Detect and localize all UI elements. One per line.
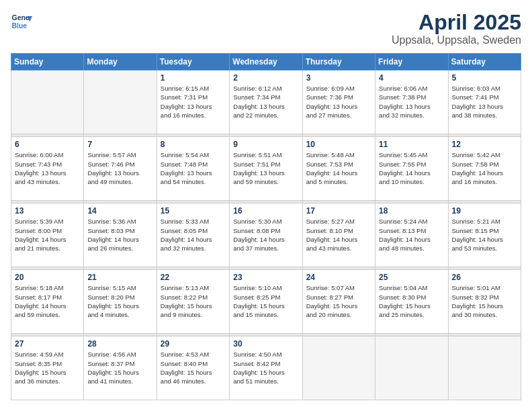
day-info: Sunrise: 5:39 AM Sunset: 8:00 PM Dayligh… <box>15 217 80 253</box>
calendar-cell <box>11 71 84 134</box>
day-number: 11 <box>379 140 444 149</box>
day-number: 22 <box>161 273 226 282</box>
day-info: Sunrise: 5:45 AM Sunset: 7:55 PM Dayligh… <box>379 150 444 186</box>
calendar-cell: 30Sunrise: 4:50 AM Sunset: 8:42 PM Dayli… <box>230 336 302 400</box>
day-info: Sunrise: 5:18 AM Sunset: 8:17 PM Dayligh… <box>15 283 80 319</box>
calendar-cell: 17Sunrise: 5:27 AM Sunset: 8:10 PM Dayli… <box>302 203 375 267</box>
day-info: Sunrise: 4:53 AM Sunset: 8:40 PM Dayligh… <box>161 350 226 385</box>
calendar-cell: 6Sunrise: 6:00 AM Sunset: 7:43 PM Daylig… <box>11 137 84 201</box>
day-info: Sunrise: 6:15 AM Sunset: 7:31 PM Dayligh… <box>161 84 226 120</box>
header-thursday: Thursday <box>302 54 375 71</box>
day-number: 7 <box>87 140 152 149</box>
calendar-cell: 24Sunrise: 5:07 AM Sunset: 8:27 PM Dayli… <box>302 270 375 334</box>
day-number: 29 <box>161 339 226 349</box>
day-info: Sunrise: 6:06 AM Sunset: 7:38 PM Dayligh… <box>379 84 444 120</box>
calendar-cell: 16Sunrise: 5:30 AM Sunset: 8:08 PM Dayli… <box>230 203 302 267</box>
calendar-cell <box>448 336 521 400</box>
day-info: Sunrise: 6:12 AM Sunset: 7:34 PM Dayligh… <box>233 84 298 120</box>
page-title: April 2025 <box>392 11 521 34</box>
header-friday: Friday <box>375 54 448 71</box>
day-number: 24 <box>306 273 371 282</box>
day-number: 4 <box>379 73 444 83</box>
calendar-cell <box>375 336 448 400</box>
day-number: 16 <box>233 206 298 216</box>
day-number: 30 <box>233 339 298 349</box>
header-sunday: Sunday <box>11 54 84 71</box>
day-info: Sunrise: 5:07 AM Sunset: 8:27 PM Dayligh… <box>306 283 371 319</box>
day-info: Sunrise: 6:09 AM Sunset: 7:36 PM Dayligh… <box>306 84 371 120</box>
calendar-cell: 22Sunrise: 5:13 AM Sunset: 8:22 PM Dayli… <box>157 270 229 334</box>
calendar-cell <box>302 336 375 400</box>
day-info: Sunrise: 5:51 AM Sunset: 7:51 PM Dayligh… <box>233 150 298 186</box>
day-info: Sunrise: 5:15 AM Sunset: 8:20 PM Dayligh… <box>87 283 152 319</box>
calendar-cell: 5Sunrise: 6:03 AM Sunset: 7:41 PM Daylig… <box>448 71 521 134</box>
page: General Blue April 2025 Uppsala, Uppsala… <box>0 0 532 411</box>
day-number: 6 <box>15 140 80 149</box>
calendar-week-row: 20Sunrise: 5:18 AM Sunset: 8:17 PM Dayli… <box>11 270 521 334</box>
day-info: Sunrise: 5:42 AM Sunset: 7:58 PM Dayligh… <box>452 150 517 186</box>
day-number: 2 <box>233 73 298 83</box>
calendar-cell <box>84 71 157 134</box>
title-block: April 2025 Uppsala, Uppsala, Sweden <box>392 11 521 46</box>
calendar-cell: 7Sunrise: 5:57 AM Sunset: 7:46 PM Daylig… <box>84 137 157 201</box>
calendar-cell: 25Sunrise: 5:04 AM Sunset: 8:30 PM Dayli… <box>375 270 448 334</box>
calendar-cell: 21Sunrise: 5:15 AM Sunset: 8:20 PM Dayli… <box>84 270 157 334</box>
calendar-cell: 27Sunrise: 4:59 AM Sunset: 8:35 PM Dayli… <box>11 336 84 400</box>
calendar-week-row: 1Sunrise: 6:15 AM Sunset: 7:31 PM Daylig… <box>11 71 521 134</box>
day-number: 19 <box>452 206 517 216</box>
day-number: 25 <box>379 273 444 282</box>
calendar-cell: 11Sunrise: 5:45 AM Sunset: 7:55 PM Dayli… <box>375 137 448 201</box>
calendar-cell: 29Sunrise: 4:53 AM Sunset: 8:40 PM Dayli… <box>157 336 229 400</box>
day-info: Sunrise: 5:30 AM Sunset: 8:08 PM Dayligh… <box>233 217 298 253</box>
day-info: Sunrise: 5:10 AM Sunset: 8:25 PM Dayligh… <box>233 283 298 319</box>
day-number: 8 <box>161 140 226 149</box>
calendar-cell: 3Sunrise: 6:09 AM Sunset: 7:36 PM Daylig… <box>302 71 375 134</box>
day-number: 18 <box>379 206 444 216</box>
day-info: Sunrise: 4:50 AM Sunset: 8:42 PM Dayligh… <box>233 350 298 385</box>
logo-icon: General Blue <box>11 11 32 32</box>
day-number: 3 <box>306 73 371 83</box>
day-info: Sunrise: 4:56 AM Sunset: 8:37 PM Dayligh… <box>87 350 152 385</box>
calendar-cell: 18Sunrise: 5:24 AM Sunset: 8:13 PM Dayli… <box>375 203 448 267</box>
day-number: 9 <box>233 140 298 149</box>
day-info: Sunrise: 6:00 AM Sunset: 7:43 PM Dayligh… <box>15 150 80 186</box>
calendar-cell: 28Sunrise: 4:56 AM Sunset: 8:37 PM Dayli… <box>84 336 157 400</box>
header-tuesday: Tuesday <box>157 54 229 71</box>
day-info: Sunrise: 5:01 AM Sunset: 8:32 PM Dayligh… <box>452 283 517 319</box>
calendar-cell: 10Sunrise: 5:48 AM Sunset: 7:53 PM Dayli… <box>302 137 375 201</box>
calendar-cell: 1Sunrise: 6:15 AM Sunset: 7:31 PM Daylig… <box>157 71 229 134</box>
calendar-cell: 14Sunrise: 5:36 AM Sunset: 8:03 PM Dayli… <box>84 203 157 267</box>
calendar-header-row: Sunday Monday Tuesday Wednesday Thursday… <box>11 54 521 71</box>
day-number: 21 <box>87 273 152 282</box>
logo: General Blue <box>11 11 32 32</box>
calendar-cell: 26Sunrise: 5:01 AM Sunset: 8:32 PM Dayli… <box>448 270 521 334</box>
day-info: Sunrise: 5:21 AM Sunset: 8:15 PM Dayligh… <box>452 217 517 253</box>
calendar-cell: 12Sunrise: 5:42 AM Sunset: 7:58 PM Dayli… <box>448 137 521 201</box>
header: General Blue April 2025 Uppsala, Uppsala… <box>11 11 521 46</box>
day-number: 13 <box>15 206 80 216</box>
day-number: 23 <box>233 273 298 282</box>
day-number: 17 <box>306 206 371 216</box>
calendar-cell: 23Sunrise: 5:10 AM Sunset: 8:25 PM Dayli… <box>230 270 302 334</box>
calendar-week-row: 13Sunrise: 5:39 AM Sunset: 8:00 PM Dayli… <box>11 203 521 267</box>
day-info: Sunrise: 5:24 AM Sunset: 8:13 PM Dayligh… <box>379 217 444 253</box>
day-info: Sunrise: 5:48 AM Sunset: 7:53 PM Dayligh… <box>306 150 371 186</box>
day-number: 5 <box>452 73 517 83</box>
header-saturday: Saturday <box>448 54 521 71</box>
calendar-cell: 4Sunrise: 6:06 AM Sunset: 7:38 PM Daylig… <box>375 71 448 134</box>
calendar-cell: 15Sunrise: 5:33 AM Sunset: 8:05 PM Dayli… <box>157 203 229 267</box>
day-number: 10 <box>306 140 371 149</box>
header-wednesday: Wednesday <box>230 54 302 71</box>
day-info: Sunrise: 5:13 AM Sunset: 8:22 PM Dayligh… <box>161 283 226 319</box>
calendar-cell: 13Sunrise: 5:39 AM Sunset: 8:00 PM Dayli… <box>11 203 84 267</box>
day-number: 26 <box>452 273 517 282</box>
day-info: Sunrise: 5:33 AM Sunset: 8:05 PM Dayligh… <box>161 217 226 253</box>
day-number: 27 <box>15 339 80 349</box>
day-info: Sunrise: 6:03 AM Sunset: 7:41 PM Dayligh… <box>452 84 517 120</box>
day-info: Sunrise: 4:59 AM Sunset: 8:35 PM Dayligh… <box>15 350 80 385</box>
calendar-cell: 9Sunrise: 5:51 AM Sunset: 7:51 PM Daylig… <box>230 137 302 201</box>
calendar-week-row: 6Sunrise: 6:00 AM Sunset: 7:43 PM Daylig… <box>11 137 521 201</box>
day-number: 20 <box>15 273 80 282</box>
calendar-week-row: 27Sunrise: 4:59 AM Sunset: 8:35 PM Dayli… <box>11 336 521 400</box>
day-number: 28 <box>87 339 152 349</box>
